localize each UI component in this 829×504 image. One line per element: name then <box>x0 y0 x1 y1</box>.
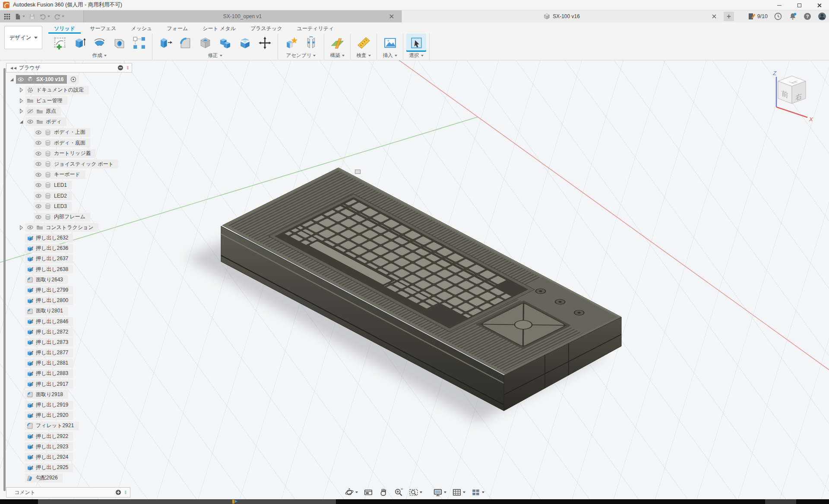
feature-item-extrude[interactable]: 押し出し2799 <box>25 286 132 294</box>
press-pull-button[interactable] <box>155 34 175 52</box>
help-button[interactable] <box>803 12 812 21</box>
expand-closed-icon[interactable] <box>18 87 25 93</box>
orbit-button[interactable] <box>343 487 359 498</box>
display-settings-button[interactable] <box>432 487 448 498</box>
minimize-button[interactable] <box>769 0 789 10</box>
browser-row-construction[interactable]: コンストラクション <box>16 223 132 232</box>
save-button[interactable] <box>28 11 37 22</box>
browser-row-body[interactable]: 内部フレーム <box>31 213 132 221</box>
inspect-group-dropdown[interactable]: 検査 <box>357 52 371 59</box>
select-group-dropdown[interactable]: 選択 <box>409 52 424 59</box>
browser-panel-header[interactable]: ◄◄ ブラウザ ‖ <box>6 63 132 72</box>
user-avatar-button[interactable] <box>818 12 826 21</box>
insert-button[interactable] <box>380 34 400 52</box>
visibility-eye-icon[interactable] <box>35 161 42 167</box>
assemble-group-dropdown[interactable]: アセンブリ <box>286 52 316 59</box>
offset-face-button[interactable] <box>235 34 255 52</box>
feature-item-extrude[interactable]: 押し出し2923 <box>25 442 132 451</box>
browser-row-body[interactable]: ボディ・上面 <box>31 128 132 137</box>
collapse-panel-icon[interactable]: ◄◄ <box>9 66 16 70</box>
visibility-eye-icon[interactable] <box>35 139 42 146</box>
visibility-eye-icon[interactable] <box>17 76 24 83</box>
document-tab-inactive[interactable]: SX-100_open v1 <box>83 10 402 22</box>
feature-item-extrude[interactable]: 押し出し2924 <box>25 453 132 461</box>
joint-button[interactable] <box>301 34 321 52</box>
feature-item-extrude[interactable]: 押し出し2873 <box>25 338 132 346</box>
browser-row-root[interactable]: SX-100 v16 <box>6 75 132 84</box>
select-tool-button[interactable] <box>406 34 426 52</box>
feature-item-extrude[interactable]: 押し出し2872 <box>25 328 132 336</box>
hole-button[interactable] <box>109 34 129 52</box>
feature-item-extrude[interactable]: 押し出し2883 <box>25 369 132 378</box>
viewcube[interactable]: Z X 上 前 右 <box>763 64 821 124</box>
visibility-eye-off-icon[interactable] <box>27 108 34 115</box>
browser-scrollbar[interactable] <box>3 68 6 491</box>
job-status-button[interactable]: 9/10 <box>747 12 768 21</box>
new-tab-button[interactable] <box>724 12 734 21</box>
fillet-button[interactable] <box>175 34 195 52</box>
activate-component-radio[interactable] <box>70 76 77 83</box>
feature-item-extrude[interactable]: 押し出し2632 <box>25 234 132 243</box>
visibility-eye-icon[interactable] <box>35 171 42 178</box>
viewport-canvas[interactable]: ◄◄ ブラウザ ‖ SX-100 v16 ドキュメントの設定 ビュー管理 原点 … <box>0 60 829 499</box>
undo-button[interactable] <box>38 11 51 22</box>
visibility-eye-icon[interactable] <box>35 150 42 157</box>
feature-item-extrude[interactable]: 押し出し2920 <box>25 411 132 420</box>
ribbon-tab-utility[interactable]: ユーティリティ <box>291 23 340 34</box>
browser-row-body[interactable]: LED1 <box>31 181 132 189</box>
sketch-origin-marker[interactable] <box>355 170 361 174</box>
visibility-eye-icon[interactable] <box>35 182 42 189</box>
tab-close-button[interactable] <box>711 13 718 20</box>
notifications-bell-button[interactable] <box>788 12 797 21</box>
feature-item-chamfer[interactable]: 面取り2643 <box>25 275 132 284</box>
visibility-eye-icon[interactable] <box>27 224 34 231</box>
close-button[interactable] <box>809 0 829 10</box>
feature-item-extrude[interactable]: 押し出し2636 <box>25 244 132 253</box>
feature-item-extrude[interactable]: 押し出し2800 <box>25 296 132 305</box>
revolve-button[interactable] <box>89 34 109 52</box>
maximize-button[interactable] <box>789 0 809 10</box>
new-component-button[interactable] <box>281 34 301 52</box>
browser-row-body[interactable]: ジョイスティック ポート <box>31 160 132 168</box>
browser-row-body[interactable]: ボディ・底面 <box>31 139 132 147</box>
grid-settings-button[interactable] <box>451 487 467 498</box>
visibility-eye-icon[interactable] <box>35 214 42 220</box>
feature-item-extrude[interactable]: 押し出し2919 <box>25 401 132 410</box>
visibility-eye-icon[interactable] <box>35 192 42 199</box>
workspace-switcher[interactable]: デザイン <box>4 26 42 49</box>
timeline-range-secondary[interactable] <box>765 499 796 504</box>
feature-item-fillet[interactable]: フィレット2921 <box>25 422 132 430</box>
feature-item-extrude[interactable]: 押し出し2925 <box>25 463 132 472</box>
timeline-strip[interactable] <box>0 499 829 504</box>
ribbon-tab-solid[interactable]: ソリッド <box>48 23 81 34</box>
timeline-marker-icon[interactable] <box>232 500 238 504</box>
expand-open-icon[interactable] <box>18 119 25 125</box>
app-launcher-button[interactable] <box>3 11 12 22</box>
fit-button[interactable] <box>408 487 424 498</box>
feature-item-extrude[interactable]: 押し出し2881 <box>25 359 132 368</box>
redo-button[interactable] <box>53 11 65 22</box>
pan-button[interactable] <box>377 487 389 498</box>
browser-row-doc-settings[interactable]: ドキュメントの設定 <box>16 86 132 94</box>
feature-item-extrude[interactable]: 押し出し2638 <box>25 265 132 274</box>
expand-open-icon[interactable] <box>9 76 15 83</box>
browser-row-view-mgmt[interactable]: ビュー管理 <box>16 96 132 105</box>
insert-group-dropdown[interactable]: 挿入 <box>383 52 397 59</box>
viewports-button[interactable] <box>470 487 486 498</box>
browser-row-bodies[interactable]: ボディ <box>16 117 132 126</box>
construct-group-dropdown[interactable]: 構築 <box>330 52 345 59</box>
construction-plane-button[interactable] <box>327 34 347 52</box>
measure-button[interactable] <box>354 34 373 52</box>
ribbon-tab-mesh[interactable]: メッシュ <box>125 23 158 34</box>
move-copy-button[interactable] <box>255 34 275 52</box>
look-at-button[interactable] <box>362 487 374 498</box>
browser-row-body[interactable]: カートリッジ蓋 <box>31 149 132 158</box>
visibility-eye-icon[interactable] <box>35 129 42 136</box>
feature-item-extrude[interactable]: 押し出し2637 <box>25 255 132 263</box>
file-menu-button[interactable] <box>13 11 26 22</box>
visibility-eye-icon[interactable] <box>27 118 34 125</box>
extrude-button[interactable] <box>70 34 89 52</box>
expand-closed-icon[interactable] <box>18 108 25 114</box>
feature-item-extrude[interactable]: 押し出し2917 <box>25 380 132 388</box>
feature-item-extrude[interactable]: 押し出し2922 <box>25 432 132 441</box>
